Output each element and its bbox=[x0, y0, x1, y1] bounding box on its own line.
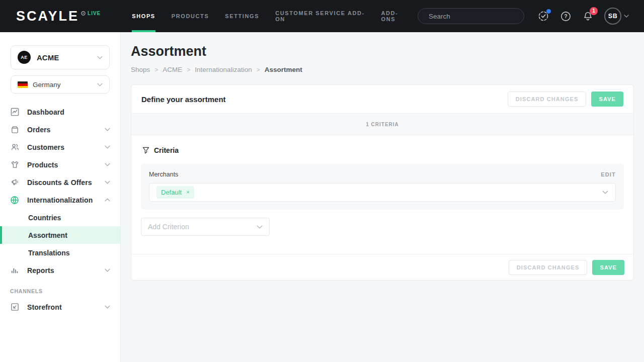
shop-selector[interactable]: AE ACME bbox=[11, 45, 110, 69]
storefront-icon bbox=[10, 303, 19, 311]
gauge-icon bbox=[81, 11, 86, 16]
nav-shops[interactable]: SHOPS bbox=[124, 0, 164, 32]
breadcrumb: Shops > ACME > Internationalization > As… bbox=[131, 66, 634, 73]
svg-text:?: ? bbox=[564, 13, 567, 19]
sidebar: AE ACME Germany Dashboard Orders bbox=[0, 32, 121, 362]
notification-badge: 1 bbox=[590, 7, 598, 15]
chevron-down-icon bbox=[257, 225, 263, 229]
chevron-up-icon bbox=[105, 198, 110, 202]
sidebar-item-storefront[interactable]: Storefront bbox=[0, 298, 120, 316]
live-badge: LIVE bbox=[88, 11, 101, 16]
save-button[interactable]: SAVE bbox=[591, 92, 623, 107]
customers-icon bbox=[10, 143, 19, 151]
user-menu[interactable]: SB bbox=[604, 8, 629, 25]
help-button[interactable]: ? bbox=[560, 11, 572, 22]
add-criterion-select[interactable]: Add Criterion bbox=[141, 218, 270, 236]
assortment-card: Define your assortment DISCARD CHANGES S… bbox=[131, 84, 634, 281]
shop-badge: AE bbox=[18, 51, 31, 64]
breadcrumb-separator: > bbox=[154, 66, 158, 73]
nav-add-ons[interactable]: ADD-ONS bbox=[373, 0, 418, 32]
chevron-down-icon bbox=[105, 180, 110, 184]
criterion-label: Merchants bbox=[149, 171, 178, 178]
chevron-down-icon bbox=[602, 191, 608, 194]
chevron-down-icon bbox=[105, 163, 110, 166]
sidebar-item-internationalization[interactable]: Internationalization bbox=[0, 191, 120, 209]
add-criterion-placeholder: Add Criterion bbox=[148, 223, 189, 231]
nav-customer-service-add-on[interactable]: CUSTOMER SERVICE ADD-ON bbox=[267, 0, 373, 32]
search-input[interactable] bbox=[429, 13, 518, 20]
dashboard-icon bbox=[10, 108, 19, 116]
sidebar-item-discounts-offers[interactable]: Discounts & Offers bbox=[0, 173, 120, 191]
criteria-count: 1 CRITERIA bbox=[366, 122, 399, 127]
sidebar-item-countries[interactable]: Countries bbox=[0, 209, 120, 226]
chevron-down-icon bbox=[105, 268, 110, 272]
global-search[interactable] bbox=[418, 8, 524, 24]
sidebar-item-products[interactable]: Products bbox=[0, 156, 120, 173]
breadcrumb-assortment: Assortment bbox=[265, 66, 302, 73]
country-name: Germany bbox=[33, 81, 61, 88]
criteria-heading: Criteria bbox=[154, 146, 179, 154]
topbar: SCAYLE LIVE SHOPS PRODUCTS SETTINGS CUST… bbox=[0, 0, 644, 32]
tshirt-icon bbox=[10, 160, 19, 169]
merchants-criterion-panel: Merchants EDIT Default × bbox=[141, 163, 624, 210]
shop-name: ACME bbox=[37, 53, 59, 62]
search-icon bbox=[424, 13, 425, 20]
breadcrumb-separator: > bbox=[257, 66, 260, 73]
nav-settings[interactable]: SETTINGS bbox=[217, 0, 267, 32]
criteria-count-band: 1 CRITERIA bbox=[131, 113, 633, 135]
merchant-tag-label: Default bbox=[161, 189, 182, 196]
bar-chart-icon bbox=[10, 266, 19, 275]
edit-button[interactable]: EDIT bbox=[601, 171, 616, 177]
germany-flag-icon bbox=[18, 81, 28, 88]
megaphone-icon bbox=[10, 178, 19, 187]
sidebar-item-translations[interactable]: Translations bbox=[0, 244, 120, 261]
avatar: SB bbox=[604, 8, 621, 25]
notifications-button[interactable]: 1 bbox=[582, 11, 594, 22]
breadcrumb-shops[interactable]: Shops bbox=[131, 66, 150, 73]
merchants-select[interactable]: Default × bbox=[149, 183, 616, 202]
card-title: Define your assortment bbox=[141, 95, 226, 104]
sidebar-item-dashboard[interactable]: Dashboard bbox=[0, 103, 120, 121]
sidebar-item-customers[interactable]: Customers bbox=[0, 138, 120, 156]
task-status-button[interactable] bbox=[537, 10, 549, 22]
remove-tag-icon[interactable]: × bbox=[186, 190, 190, 196]
chevron-down-icon bbox=[97, 56, 103, 59]
scayle-logo[interactable]: SCAYLE LIVE bbox=[16, 10, 101, 23]
merchant-tag: Default × bbox=[156, 186, 194, 199]
breadcrumb-internationalization[interactable]: Internationalization bbox=[195, 66, 252, 73]
main-navigation: SHOPS PRODUCTS SETTINGS CUSTOMER SERVICE… bbox=[124, 0, 418, 32]
chevron-down-icon bbox=[624, 15, 629, 18]
help-icon: ? bbox=[560, 11, 572, 22]
breadcrumb-separator: > bbox=[187, 66, 190, 73]
breadcrumb-acme[interactable]: ACME bbox=[163, 66, 182, 73]
channels-section-label: CHANNELS bbox=[0, 279, 120, 298]
save-button-footer[interactable]: SAVE bbox=[592, 260, 624, 275]
discard-changes-button-footer[interactable]: DISCARD CHANGES bbox=[509, 260, 588, 275]
sidebar-item-assortment[interactable]: Assortment bbox=[0, 226, 120, 244]
main-content: Assortment Shops > ACME > Internationali… bbox=[121, 32, 644, 362]
chevron-down-icon bbox=[105, 305, 110, 309]
page-title: Assortment bbox=[131, 44, 634, 59]
globe-icon bbox=[10, 196, 19, 205]
logo-text: SCAYLE bbox=[16, 10, 79, 23]
sidebar-item-reports[interactable]: Reports bbox=[0, 261, 120, 279]
discard-changes-button[interactable]: DISCARD CHANGES bbox=[508, 92, 587, 107]
chevron-down-icon bbox=[105, 145, 110, 149]
chevron-down-icon bbox=[97, 83, 103, 86]
orders-icon bbox=[10, 125, 19, 134]
filter-icon bbox=[142, 147, 149, 154]
status-dot bbox=[546, 9, 551, 14]
chevron-down-icon bbox=[105, 128, 110, 131]
sidebar-item-orders[interactable]: Orders bbox=[0, 121, 120, 138]
country-selector[interactable]: Germany bbox=[11, 75, 110, 94]
nav-products[interactable]: PRODUCTS bbox=[164, 0, 217, 32]
